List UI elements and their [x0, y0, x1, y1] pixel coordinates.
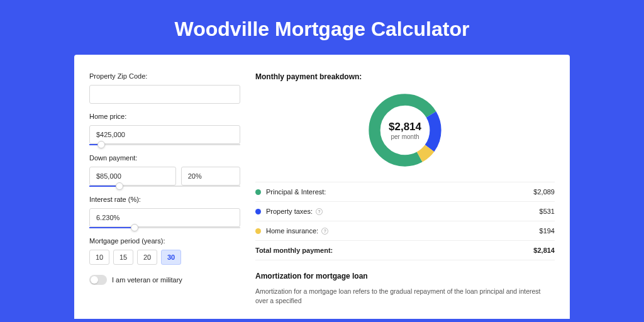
legend-label: Principal & Interest: — [266, 188, 533, 196]
down-payment-pct-input[interactable] — [181, 167, 240, 186]
legend-value: $194 — [540, 227, 555, 235]
legend-total-row: Total monthly payment:$2,814 — [255, 241, 555, 260]
slider-thumb[interactable] — [97, 141, 105, 148]
period-label: Mortgage period (years): — [89, 237, 240, 245]
veteran-toggle[interactable] — [89, 275, 107, 285]
legend-dot — [255, 209, 261, 214]
legend-total-value: $2,814 — [533, 247, 555, 254]
period-option-15[interactable]: 15 — [113, 250, 133, 265]
field-zip: Property Zip Code: — [89, 72, 240, 104]
info-icon[interactable]: ? — [316, 208, 323, 215]
donut-center: $2,814 per month — [365, 90, 445, 170]
donut-chart: $2,814 per month — [365, 90, 445, 170]
breakdown-panel: Monthly payment breakdown: $2,814 per mo… — [255, 72, 555, 319]
legend-value: $2,089 — [533, 188, 555, 196]
legend-label: Property taxes:? — [266, 208, 540, 215]
legend-row: Property taxes:?$531 — [255, 202, 555, 221]
zip-input[interactable] — [89, 85, 240, 104]
amortization-section: Amortization for mortgage loan Amortizat… — [255, 272, 555, 305]
legend-value: $531 — [540, 208, 555, 215]
interest-input[interactable] — [89, 208, 240, 227]
amort-title: Amortization for mortgage loan — [255, 272, 555, 280]
down-payment-slider[interactable] — [89, 186, 240, 187]
legend: Principal & Interest:$2,089Property taxe… — [255, 182, 555, 260]
period-option-10[interactable]: 10 — [89, 250, 109, 265]
legend-dot — [255, 189, 261, 195]
home-price-label: Home price: — [89, 113, 240, 120]
legend-total-label: Total monthly payment: — [255, 247, 533, 254]
donut-chart-wrap: $2,814 per month — [255, 90, 555, 170]
home-price-slider[interactable] — [89, 144, 240, 145]
veteran-label: I am veteran or military — [112, 276, 182, 284]
page-title: Woodville Mortgage Calculator — [0, 0, 644, 55]
field-interest-rate: Interest rate (%): — [89, 196, 240, 228]
breakdown-title: Monthly payment breakdown: — [255, 72, 555, 81]
form-panel: Property Zip Code: Home price: Down paym… — [89, 72, 240, 319]
interest-slider[interactable] — [89, 227, 240, 228]
field-mortgage-period: Mortgage period (years): 10152030 — [89, 237, 240, 265]
donut-sub: per month — [391, 133, 419, 140]
toggle-knob — [91, 276, 98, 284]
zip-label: Property Zip Code: — [89, 72, 240, 80]
legend-row: Principal & Interest:$2,089 — [255, 182, 555, 202]
slider-thumb[interactable] — [116, 182, 123, 190]
slider-thumb[interactable] — [131, 224, 138, 231]
interest-label: Interest rate (%): — [89, 196, 240, 203]
donut-value: $2,814 — [389, 121, 421, 133]
down-payment-input[interactable] — [89, 167, 176, 186]
period-option-30[interactable]: 30 — [161, 250, 181, 265]
legend-label: Home insurance:? — [266, 227, 540, 235]
legend-dot — [255, 228, 261, 234]
down-payment-label: Down payment: — [89, 154, 240, 162]
amort-text: Amortization for a mortgage loan refers … — [255, 287, 555, 305]
calculator-card: Property Zip Code: Home price: Down paym… — [74, 55, 570, 319]
home-price-input[interactable] — [89, 125, 240, 144]
field-down-payment: Down payment: — [89, 154, 240, 187]
info-icon[interactable]: ? — [321, 228, 328, 235]
field-home-price: Home price: — [89, 113, 240, 145]
legend-row: Home insurance:?$194 — [255, 221, 555, 241]
veteran-toggle-row: I am veteran or military — [89, 275, 240, 285]
period-option-20[interactable]: 20 — [137, 250, 157, 265]
